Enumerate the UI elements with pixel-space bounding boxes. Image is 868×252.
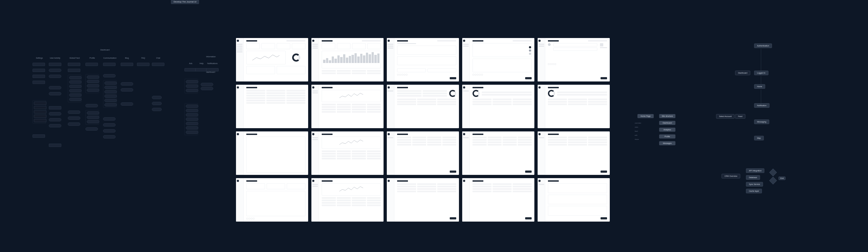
line-chart <box>322 183 381 196</box>
page-title <box>246 134 257 135</box>
mockup-sidebar <box>387 178 394 222</box>
sidebar-item <box>312 46 318 47</box>
breadcrumb <box>286 40 305 41</box>
app-logo-icon <box>388 133 390 135</box>
mockup-screen[interactable] <box>311 178 383 222</box>
mockup-screen[interactable] <box>538 178 610 222</box>
sitemap-node <box>201 87 213 90</box>
stat-card <box>337 43 350 49</box>
mockup-screen[interactable] <box>311 85 383 128</box>
sitemap-node <box>186 131 198 134</box>
mockup-screen[interactable] <box>387 132 459 175</box>
sitemap-group <box>184 79 198 93</box>
page-title <box>548 40 559 41</box>
mockup-screen[interactable] <box>311 38 383 81</box>
sitemap-group <box>33 100 46 123</box>
sitemap-group <box>184 103 198 135</box>
sitemap-node <box>49 124 61 128</box>
sitemap-node <box>104 86 117 89</box>
sitemap-node <box>34 115 46 118</box>
page-title <box>246 40 257 41</box>
mockup-main <box>470 85 534 128</box>
sitemap-node <box>49 63 61 66</box>
app-logo-icon <box>237 133 239 135</box>
info-row <box>397 46 456 55</box>
status-dot-icon <box>529 50 531 52</box>
flow-node: API Integration <box>746 168 764 173</box>
donut-chart <box>472 90 479 97</box>
mockup-screen[interactable] <box>387 85 459 128</box>
mockup-sidebar <box>236 132 244 175</box>
sitemap-node <box>86 104 98 107</box>
stat-card <box>287 183 305 189</box>
sitemap-node <box>34 119 46 122</box>
mockup-screen[interactable] <box>387 178 459 222</box>
sitemap-node <box>49 92 61 95</box>
connector <box>761 90 761 103</box>
sitemap-node <box>186 122 198 125</box>
mockup-sidebar <box>462 178 470 222</box>
mockup-screen[interactable] <box>387 38 459 81</box>
data-table <box>322 70 381 79</box>
mockup-sidebar <box>311 85 319 128</box>
mockup-screen[interactable] <box>462 178 534 222</box>
sitemap-node <box>69 85 82 88</box>
sitemap-node <box>49 106 61 109</box>
flow-node: Map <box>754 136 764 140</box>
mockup-sidebar <box>387 85 394 128</box>
info-row <box>548 195 607 204</box>
sidebar-item <box>237 48 243 49</box>
data-table <box>322 104 381 126</box>
sitemap-node <box>33 81 45 84</box>
mockup-screen[interactable] <box>236 38 308 81</box>
sitemap-node <box>103 123 116 127</box>
stat-card <box>267 183 285 189</box>
data-table <box>472 99 532 126</box>
page-title <box>548 87 559 88</box>
sitemap-node <box>49 118 61 121</box>
mockup-screen[interactable] <box>538 85 610 128</box>
page-title <box>472 180 484 182</box>
sidebar-item <box>463 44 469 45</box>
sidebar-item <box>388 44 393 45</box>
primary-button <box>525 171 532 173</box>
mockup-sidebar <box>462 38 470 81</box>
sitemap-group <box>86 110 99 124</box>
mockup-screen[interactable] <box>462 38 534 81</box>
sitemap-node <box>87 116 99 119</box>
sitemap-node <box>68 69 80 72</box>
flow-node: Authentication <box>754 44 772 48</box>
mockup-screen[interactable] <box>311 132 383 175</box>
mockup-main <box>244 85 308 128</box>
pagination <box>397 74 456 76</box>
app-logo-icon <box>312 133 314 135</box>
mockup-screen[interactable] <box>236 178 308 222</box>
data-table <box>548 137 607 169</box>
info-row <box>548 183 607 193</box>
mockup-sidebar <box>538 85 545 128</box>
mockup-main <box>470 132 534 175</box>
sitemap-node <box>34 106 46 109</box>
sidebar-item <box>388 48 393 49</box>
diagram-small-label: edit <box>635 134 638 136</box>
mockup-screen[interactable] <box>538 38 610 81</box>
primary-button <box>600 77 607 79</box>
page-title <box>246 180 257 182</box>
mockup-screen[interactable] <box>462 132 534 175</box>
flow-node: Select Account <box>716 114 735 119</box>
sitemap-col-header: Settings <box>33 57 46 59</box>
stat-card <box>292 43 305 49</box>
sitemap-node <box>186 109 198 112</box>
stat-card <box>246 183 265 189</box>
flow-node: Sync Service <box>746 182 763 187</box>
mockup-screen[interactable] <box>236 132 308 175</box>
mockup-main <box>244 132 308 175</box>
mockup-screen[interactable] <box>462 85 534 128</box>
mockup-screen[interactable] <box>236 85 308 128</box>
sitemap-node <box>152 102 162 105</box>
mockup-sidebar <box>538 132 545 175</box>
mockup-grid <box>236 38 610 222</box>
sitemap-node <box>87 120 99 123</box>
sitemap-node <box>69 98 82 101</box>
mockup-screen[interactable] <box>538 132 610 175</box>
